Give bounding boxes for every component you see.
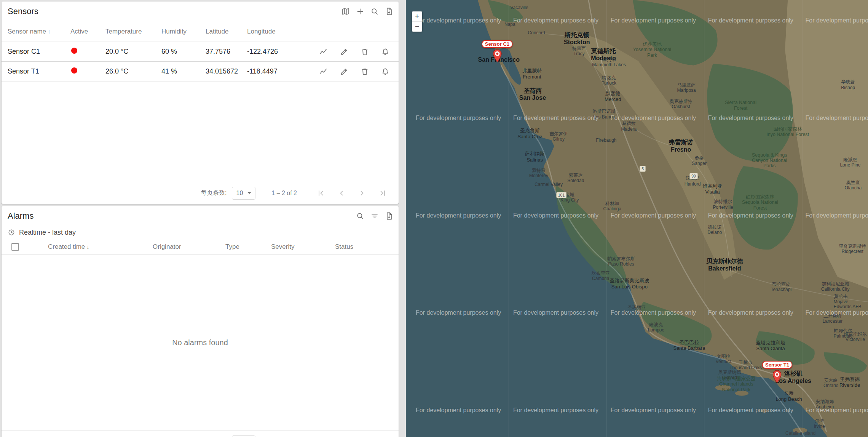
active-cell [70,67,105,75]
prev-page-button[interactable] [334,435,349,437]
trash-icon [360,47,369,56]
map-place-label: 圣玛丽亚 Santa Maria [624,305,649,315]
temperature-cell: 20.0 °C [105,48,161,56]
dev-watermark: For development purposes only [416,212,501,219]
map-place-label: 洛斯巴诺斯 Los Banos [592,109,615,119]
dev-watermark: For development purposes only [806,115,868,122]
alarm-bell-button[interactable] [378,45,393,59]
map-place-label: Firebaugh [596,138,616,143]
map-place-label: 马里波萨 Mariposa [677,82,696,93]
map-place-label: 坎布里亚 Cambria [592,271,610,281]
dev-watermark: For development purposes only [513,407,598,414]
dev-watermark: For development purposes only [611,212,696,219]
sort-desc-icon: ↓ [86,243,89,250]
add-entity-button[interactable] [353,4,367,19]
select-all-checkbox[interactable] [11,243,19,251]
export-file-icon [385,7,394,16]
next-page-button[interactable] [355,186,369,200]
map-place-label: 因约国家森林 Inyo National Forest [765,126,810,138]
edit-button[interactable] [337,64,351,79]
sensor-marker[interactable]: Sensor T1 [762,361,793,383]
map-toggle-button[interactable] [338,4,353,19]
map-place-label: 莫哈韦 Mojave [833,294,848,304]
table-row[interactable]: Sensor T1 26.0 °C 41 % 34.015672 -118.44… [2,61,399,82]
last-page-button[interactable] [375,186,390,200]
zoom-out-button[interactable]: − [412,22,422,32]
column-status[interactable]: Status [335,243,399,251]
zoom-in-button[interactable]: + [412,11,422,21]
column-severity[interactable]: Severity [271,243,335,251]
column-created-time[interactable]: Created time↓ [48,243,153,251]
map-icon [341,7,350,16]
sensors-pagination: 每页条数: 10 1 – 2 of 2 [2,182,399,204]
delete-button[interactable] [357,64,372,79]
alarms-time-window[interactable]: Realtime - last day [2,226,399,239]
edit-button[interactable] [337,45,351,59]
first-page-button[interactable] [314,435,328,437]
map-place-label: Sequoia & Kings Canyon National Parks [747,152,792,169]
sensor-marker[interactable]: Sensor C1 [482,40,513,62]
map-pin-icon[interactable] [492,49,502,62]
first-page-button[interactable] [314,186,328,200]
alarms-export-button[interactable] [382,209,396,223]
page-size-select[interactable]: 10 [232,435,255,437]
alarms-filter-button[interactable] [367,209,382,223]
page-size-select[interactable]: 10 [232,187,255,200]
sensors-header: Sensors [2,2,399,21]
timeseries-chart-icon [319,67,328,76]
map-place-label: 弗里蒙特 Fremont [522,68,542,80]
active-indicator [71,48,77,54]
column-temperature[interactable]: Temperature [105,28,161,35]
table-row[interactable]: Sensor C1 20.0 °C 60 % 37.7576 -122.4726 [2,42,399,62]
map-place-label: 蒂哈查皮 Tehachapi [771,282,791,292]
map-place-label: 隆波克 Lompoc [648,322,664,333]
map-place-label: 特洛克 Turlock [602,75,616,86]
column-type[interactable]: Type [225,243,271,251]
active-cell [70,48,105,56]
map-pin-icon[interactable] [772,370,782,383]
marker-label[interactable]: Sensor C1 [482,40,513,48]
alarm-bell-button[interactable] [378,64,393,79]
row-actions [304,45,399,59]
column-latitude[interactable]: Latitude [206,28,247,35]
prev-page-button[interactable] [334,186,349,200]
map-place-label: 马德拉 Madera [621,121,637,131]
dev-watermark: For development purposes only [416,309,501,316]
column-humidity[interactable]: Humidity [161,28,206,35]
marker-label[interactable]: Sensor T1 [762,361,793,369]
export-button[interactable] [382,4,396,19]
alarms-search-button[interactable] [353,209,367,223]
map-place-label: 奥兰查 Olancha [844,179,862,190]
longitude-cell: -122.4726 [247,48,304,56]
clock-icon [8,229,15,236]
longitude-cell: -118.4497 [247,67,304,75]
map-place-label: 红杉国家森林 Sequoia National Forest [737,195,782,211]
dev-watermark: For development purposes only [416,17,501,24]
column-active[interactable]: Active [70,28,105,35]
timeseries-chart-icon [319,47,328,56]
map-place-label: 圣荷西 San Jose [519,88,546,102]
map-place-label: 海峡群岛国家公园 Channel Islands National Park [714,376,759,392]
column-sensor-name[interactable]: Sensor name↑ [8,28,70,35]
timeseries-button[interactable] [316,64,331,79]
search-button[interactable] [367,4,382,19]
chevron-right-icon [357,189,367,198]
next-page-button[interactable] [355,435,369,437]
last-page-button[interactable] [375,435,390,437]
map-place-label: 圣塔克拉利塔 Santa Clarita [756,340,785,352]
map-place-label: Edwards AFB [834,304,862,309]
timeseries-button[interactable] [316,45,331,59]
dev-watermark: For development purposes only [708,407,793,414]
map[interactable]: Vacaville Napa Concord 斯托克顿 Stockton [406,0,868,437]
map-place-label: 特雷西 Tracy [572,46,586,56]
map-place-label: 帕姆代尔 Palmdale [834,328,853,339]
sensors-table-body: Sensor C1 20.0 °C 60 % 37.7576 -122.4726 [2,42,399,81]
delete-button[interactable] [357,45,372,59]
dev-watermark: For development purposes only [611,17,696,24]
map-place-label: 加利福尼亚城 California City [821,281,850,291]
column-longitude[interactable]: Longitude [247,28,304,35]
map-place-label: 索莱达 Soledad [567,172,584,183]
column-originator[interactable]: Originator [153,243,225,251]
map-place-label: 圣巴巴拉 Santa Barbara [673,339,705,351]
map-place-label: 波特维尔 Porterville [713,199,733,210]
